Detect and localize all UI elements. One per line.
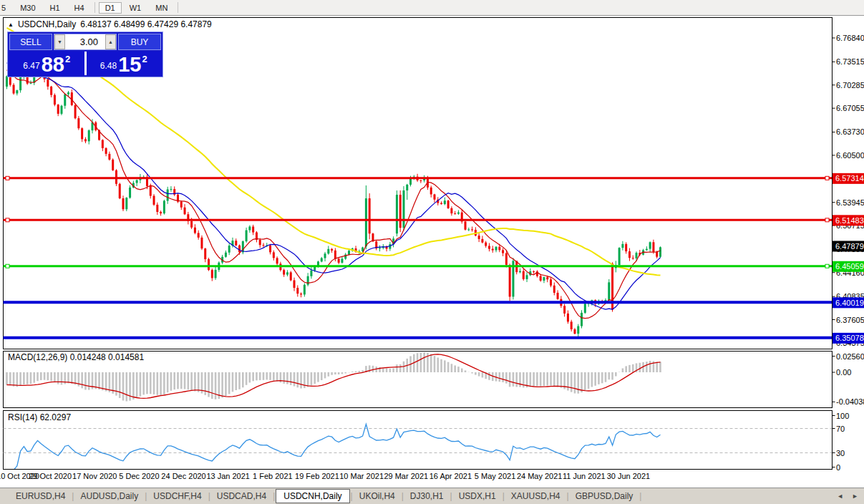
chart-tab-eurusd[interactable]: EURUSD,H4 <box>10 490 71 503</box>
chart-tab-usdcnh[interactable]: USDCNH,Daily <box>276 489 349 503</box>
timeframe-button-h4[interactable]: H4 <box>68 2 91 14</box>
hline-handle[interactable] <box>6 218 9 222</box>
volume-stepper: ▼ 3.00 ▲ <box>54 34 117 50</box>
bid-price-pips: 88 <box>42 55 64 74</box>
one-click-trading-panel: SELL ▼ 3.00 ▲ BUY 6.47 88 2 6.48 15 2 <box>7 32 163 77</box>
tab-separator: | <box>351 491 353 501</box>
date-tick-label[interactable]: 5 May 2021 <box>475 472 515 480</box>
bid-price-prefix: 6.47 <box>23 61 39 71</box>
hline-handle[interactable] <box>825 176 829 180</box>
hline-handle[interactable] <box>825 218 829 222</box>
timeframe-button-m30[interactable]: M30 <box>14 2 42 14</box>
sell-button[interactable]: SELL <box>9 34 52 50</box>
chart-tab-gbpusd[interactable]: GBPUSD,Daily <box>570 490 639 503</box>
date-tick-label[interactable]: 16 Apr 2021 <box>429 472 472 480</box>
timeframe-button-d1[interactable]: D1 <box>99 2 122 14</box>
price-tick-label: 6.73515 <box>836 57 864 66</box>
bid-price-display[interactable]: 6.47 88 2 <box>9 52 84 75</box>
volume-decrease-button[interactable]: ▼ <box>54 34 65 49</box>
price-badge-label: 6.40019 <box>835 299 864 307</box>
rsi-indicator-label: RSI(14) 62.0297 <box>8 412 71 422</box>
chart-tab-bar: EURUSD,H4|AUDUSD,Daily|USDCHF,H4|USDCAD,… <box>0 488 864 504</box>
date-tick-label[interactable]: 5 Dec 2020 <box>119 472 159 480</box>
chart-symbol-period: USDCNH,Daily <box>18 19 76 29</box>
timeframe-button-w1[interactable]: W1 <box>123 2 148 14</box>
tab-separator: | <box>145 491 147 501</box>
ask-price-point: 2 <box>142 54 147 64</box>
timeframe-button-5[interactable]: 5 <box>0 2 12 14</box>
macd-tick-label: 0.00 <box>836 368 851 377</box>
chart-tab-dj30[interactable]: DJ30,H1 <box>404 490 450 503</box>
tab-separator: | <box>273 491 275 501</box>
tab-separator: | <box>208 491 210 501</box>
price-tick-label: 6.67055 <box>836 104 864 112</box>
chart-tab-ukoil[interactable]: UKOil,H4 <box>354 490 401 503</box>
price-badge-label: 6.45059 <box>835 262 864 271</box>
hline-handle[interactable] <box>825 264 829 268</box>
timeframe-button-mn[interactable]: MN <box>149 2 174 14</box>
price-tick-label: 6.63730 <box>836 127 864 136</box>
collapse-panel-icon[interactable]: ▲ <box>8 21 14 28</box>
tab-scroll-arrows: ◄► <box>837 493 858 500</box>
bid-price-point: 2 <box>65 54 70 64</box>
price-tick-label: 6.70285 <box>836 81 864 89</box>
price-badge-label: 6.51483 <box>835 216 864 225</box>
tab-scroll-right-icon[interactable]: ► <box>852 493 858 500</box>
tab-separator: | <box>402 491 404 501</box>
chart-tab-usdchf[interactable]: USDCHF,H4 <box>147 490 207 503</box>
tab-separator: | <box>450 491 452 501</box>
hline-handle[interactable] <box>6 264 9 268</box>
tab-separator: | <box>567 491 569 501</box>
price-badge-label: 6.57314 <box>835 174 864 183</box>
tab-separator: | <box>503 491 505 501</box>
date-tick-label[interactable]: 1 Feb 2021 <box>253 472 293 480</box>
price-badge-label: 6.35078 <box>835 334 864 342</box>
date-tick-label[interactable]: 30 Jun 2021 <box>607 472 651 480</box>
macd-indicator-label: MACD(12,26,9) 0.014248 0.014581 <box>8 352 144 362</box>
date-tick-label[interactable]: 10 Mar 2021 <box>339 472 384 480</box>
date-tick-label[interactable]: 11 Jun 2021 <box>563 472 606 480</box>
tab-scroll-left-icon[interactable]: ◄ <box>837 493 843 500</box>
chart-tab-xauusd[interactable]: XAUUSD,H4 <box>505 490 566 503</box>
date-tick-label[interactable]: 29 Mar 2021 <box>384 472 428 480</box>
date-tick-label[interactable]: 24 Dec 2020 <box>161 472 205 480</box>
ask-price-pips: 15 <box>118 55 141 74</box>
date-tick-label[interactable]: 13 Jan 2021 <box>206 472 250 480</box>
price-tick-label: 6.60500 <box>836 151 864 160</box>
volume-increase-button[interactable]: ▲ <box>105 34 116 49</box>
date-tick-label[interactable]: 17 Nov 2020 <box>72 472 117 480</box>
rsi-tick-label: 100 <box>836 412 849 420</box>
buy-button[interactable]: BUY <box>118 34 161 50</box>
price-badge-label: 6.47879 <box>835 242 864 251</box>
timeframe-toolbar: 5M30H1H4D1W1MN <box>0 0 864 16</box>
date-tick-label[interactable]: 29 Oct 2020 <box>29 472 72 480</box>
tab-separator: | <box>72 491 74 501</box>
hline-handle[interactable] <box>6 176 9 180</box>
rsi-tick-label: 0 <box>836 463 840 472</box>
tab-separator: | <box>639 491 641 501</box>
chart-tab-usdx[interactable]: USDX,H1 <box>453 490 502 503</box>
rsi-pane[interactable] <box>4 411 833 470</box>
date-tick-label[interactable]: 24 May 2021 <box>517 472 563 480</box>
ask-price-prefix: 6.48 <box>100 61 117 71</box>
chart-tab-usdcad[interactable]: USDCAD,H4 <box>211 490 272 503</box>
chart-tab-audusd[interactable]: AUDUSD,Daily <box>74 490 144 503</box>
price-tick-label: 6.37605 <box>836 316 864 324</box>
volume-input[interactable]: 3.00 <box>65 34 105 49</box>
price-tick-label: 6.76840 <box>836 34 864 42</box>
chart-title: ▲ USDCNH,Daily 6.48137 6.48499 6.47429 6… <box>8 19 212 29</box>
macd-tick-label: 0.025609 <box>836 352 864 361</box>
rsi-tick-label: 30 <box>836 449 845 457</box>
ask-price-display[interactable]: 6.48 15 2 <box>87 52 162 75</box>
rsi-tick-label: 70 <box>836 425 845 433</box>
toolbar-separator <box>94 2 95 13</box>
toolbar-separator <box>178 2 178 13</box>
price-tick-label: 6.53945 <box>836 198 864 207</box>
macd-tick-label: -0.040386 <box>836 397 864 406</box>
date-tick-label[interactable]: 19 Feb 2021 <box>295 472 339 480</box>
chart-ohlc-values: 6.48137 6.48499 6.47429 6.47879 <box>80 19 212 29</box>
timeframe-button-h1[interactable]: H1 <box>44 2 67 14</box>
